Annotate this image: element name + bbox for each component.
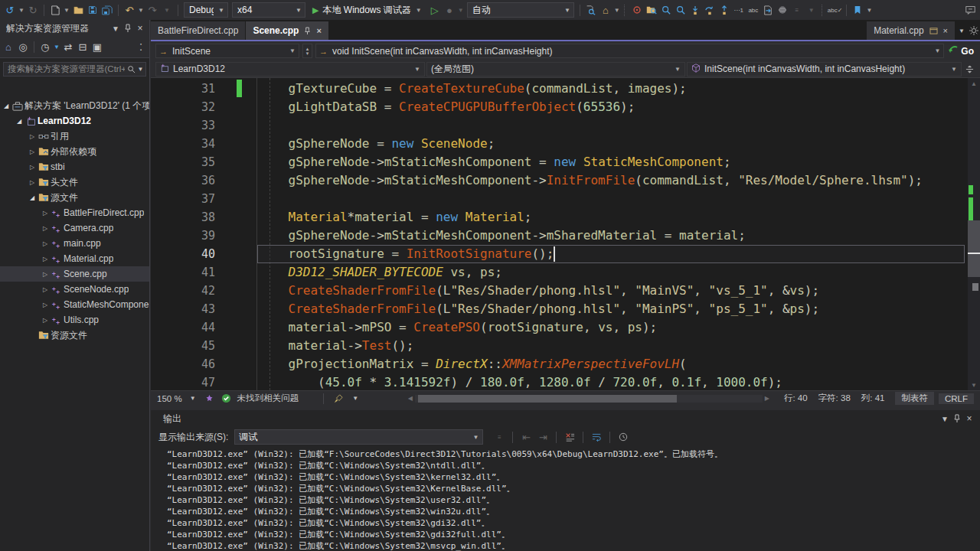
save-icon[interactable]	[86, 2, 100, 18]
status-eol-mode[interactable]: CRLF	[939, 393, 974, 404]
code-line-47[interactable]: 47 (45.0f * 3.141592f) / 180.0f, 1280.0f…	[151, 373, 980, 390]
run-to-line-icon[interactable]: ⋯1	[732, 2, 746, 18]
tab-material[interactable]: Material.cpp ×	[867, 21, 955, 40]
editor-horizontal-scrollbar[interactable]: ◀ ▶	[406, 394, 772, 403]
step-out-icon[interactable]	[717, 2, 731, 18]
save-all-icon[interactable]	[100, 2, 114, 18]
tree-item-staticmeshcomponent-cpp[interactable]: ▷++StaticMeshComponent.cpp	[0, 297, 149, 312]
zoom-level[interactable]: 150 %	[157, 394, 182, 403]
chevron-down-icon[interactable]: ▼	[160, 2, 174, 18]
scroll-right-icon[interactable]: ▶	[763, 395, 772, 402]
rename-icon[interactable]: abc	[746, 2, 760, 18]
tree-item--[interactable]: ▷外部依赖项	[0, 144, 149, 159]
line-number[interactable]: 32	[151, 98, 215, 116]
open-files-filter-icon[interactable]: ◷	[38, 40, 52, 55]
tree-expander-icon[interactable]: ▷	[41, 225, 50, 232]
tab-list-chevron-icon[interactable]: ▼	[956, 24, 968, 37]
tree-item-scenenode-cpp[interactable]: ▷++SceneNode.cpp	[0, 282, 149, 297]
code-line-34[interactable]: 34 gSphereNode = new SceneNode;	[151, 135, 980, 153]
pin-tab-icon[interactable]	[304, 27, 311, 35]
tree-expander-icon[interactable]: ◢	[15, 118, 24, 125]
pin-icon[interactable]	[122, 22, 134, 34]
line-number[interactable]: 41	[151, 263, 215, 282]
member-spinner[interactable]: ▲▼	[302, 44, 312, 58]
scrollbar-thumb[interactable]	[418, 395, 677, 403]
code-line-43[interactable]: 43 CreateShaderFromFile(L"Res/Shader/pho…	[151, 300, 980, 318]
show-all-files-icon[interactable]: ▣	[90, 40, 104, 55]
code-line-44[interactable]: 44 material->mPSO = CreatePSO(rootSignat…	[151, 318, 980, 337]
line-number[interactable]: 43	[151, 300, 215, 318]
toolbar-overflow-icon[interactable]: ⁚	[134, 40, 148, 55]
code-line-45[interactable]: 45 material->Test();	[151, 337, 980, 355]
chevron-down-icon[interactable]: ▼	[53, 40, 60, 55]
chevron-down-icon[interactable]: ▼	[137, 2, 145, 18]
clear-all-icon[interactable]	[563, 429, 577, 445]
tree-expander-icon[interactable]: ▷	[41, 210, 50, 217]
open-folder-icon[interactable]	[71, 2, 85, 18]
platform-combo[interactable]: x64▼	[232, 2, 305, 18]
code-line-42[interactable]: 42 CreateShaderFromFile(L"Res/Shader/pho…	[151, 282, 980, 300]
tree-expander-icon[interactable]: ▷	[41, 271, 50, 278]
configuration-combo[interactable]: Debug▼	[184, 2, 228, 18]
code-line-46[interactable]: 46 gProjectionMatrix = DirectX::XMMatrix…	[151, 355, 980, 373]
tree-item-learnd3d12[interactable]: ◢LearnD3D12	[0, 113, 149, 129]
health-check-icon[interactable]	[220, 393, 233, 405]
line-number[interactable]: 44	[151, 318, 215, 337]
code-cleanup-icon[interactable]	[332, 393, 345, 405]
search-icon[interactable]	[125, 64, 137, 76]
attach-mode-combo[interactable]: 自动▼	[467, 2, 574, 18]
gear-icon[interactable]	[968, 24, 980, 37]
tree-expander-icon[interactable]: ▷	[41, 286, 50, 293]
line-number[interactable]: 42	[151, 282, 215, 300]
health-status[interactable]: 未找到相关问题	[237, 393, 299, 404]
scrollbar-thumb[interactable]	[968, 220, 980, 277]
output-source-combo[interactable]: 调试 ▼	[234, 429, 483, 445]
tree-expander-icon[interactable]: ▷	[28, 179, 37, 186]
member-scope-dropdown[interactable]: InitScene(int inCanvasWidth, int inCanva…	[687, 62, 962, 77]
editor-vertical-scrollbar[interactable]: ▲ ▼	[968, 78, 980, 390]
split-window-icon[interactable]	[963, 63, 975, 75]
tree-item-battlefiredirect-cpp[interactable]: ▷++BattleFireDirect.cpp	[0, 205, 149, 220]
tree-expander-icon[interactable]: ◢	[28, 194, 37, 201]
pending-changes-filter-icon[interactable]: ◎	[16, 40, 30, 55]
sphere-icon[interactable]	[776, 2, 789, 18]
tab-battlefiredirect[interactable]: BattleFireDirect.cpp	[151, 21, 245, 40]
tree-expander-icon[interactable]: ◢	[2, 103, 11, 109]
tree-expander-icon[interactable]: ▷	[41, 256, 50, 262]
switch-views-icon[interactable]: ⌂	[2, 40, 15, 55]
code-line-40[interactable]: 40 rootSignature = InitRootSignature();	[151, 245, 980, 263]
close-icon[interactable]: ×	[963, 412, 975, 425]
line-number[interactable]: 36	[151, 171, 215, 190]
nav-forward-icon[interactable]: ↻	[26, 2, 40, 18]
bookmark-icon[interactable]	[851, 2, 864, 18]
tree-item-camera-cpp[interactable]: ▷++Camera.cpp	[0, 220, 149, 236]
collapse-all-icon[interactable]: ⊟	[76, 40, 90, 55]
line-number[interactable]: 46	[151, 355, 215, 373]
scrollbar-track[interactable]	[415, 395, 763, 403]
tree-expander-icon[interactable]: ▷	[41, 302, 50, 308]
nav-back-icon[interactable]: ↺	[3, 2, 17, 18]
undo-icon[interactable]: ↶	[122, 2, 136, 18]
scope-dropdown[interactable]: → InitScene ▼	[155, 44, 299, 58]
line-number[interactable]: 45	[151, 337, 215, 355]
line-number[interactable]: 31	[151, 80, 215, 98]
next-message-icon[interactable]: ⇥	[536, 429, 550, 445]
redo-icon[interactable]: ↷	[145, 2, 159, 18]
code-line-35[interactable]: 35 gSphereNode->mStaticMeshComponent = n…	[151, 153, 980, 171]
close-tab-icon[interactable]: ×	[943, 26, 948, 35]
code-line-38[interactable]: 38 Material*material = new Material;	[151, 208, 980, 227]
window-position-icon[interactable]: ▼	[939, 412, 951, 425]
goto-message-icon[interactable]: ≡	[492, 429, 506, 445]
tree-expander-icon[interactable]: ▷	[41, 240, 50, 247]
browse-folder-icon[interactable]	[645, 2, 658, 18]
line-number[interactable]: 40	[151, 245, 215, 263]
scroll-left-icon[interactable]: ◀	[406, 395, 415, 402]
scroll-up-icon[interactable]: ▲	[968, 78, 980, 89]
code-line-39[interactable]: 39 gSphereNode->mStaticMeshComponent->mS…	[151, 227, 980, 245]
line-number[interactable]: 38	[151, 208, 215, 227]
find-in-files-icon[interactable]	[584, 2, 598, 18]
hot-reload-icon[interactable]: ●	[443, 2, 456, 18]
tree-item-stbi[interactable]: ▷stbi	[0, 159, 149, 174]
chevron-down-icon[interactable]: ▼	[63, 2, 70, 18]
code-line-32[interactable]: 32 gLightDataSB = CreateCPUGPUBufferObje…	[151, 98, 980, 116]
